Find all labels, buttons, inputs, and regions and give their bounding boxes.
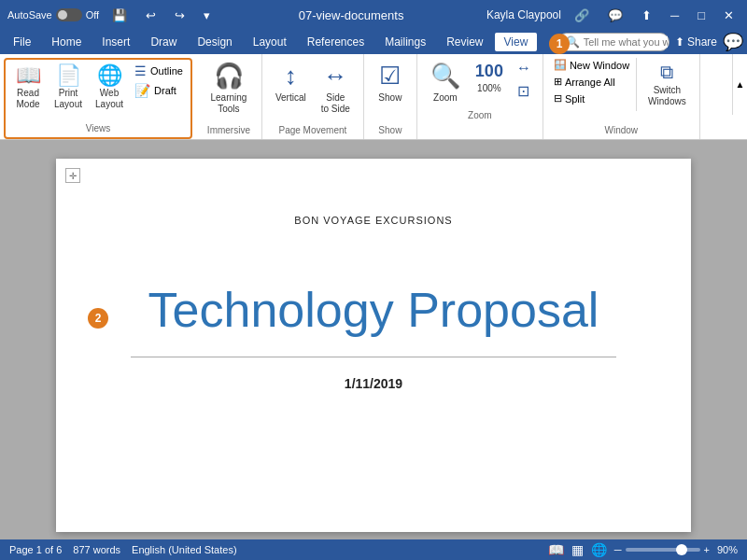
document-area: 2 ✛ BON VOYAGE EXCURSIONS Technology Pro… bbox=[0, 140, 747, 539]
search-box[interactable]: 🔍 bbox=[557, 33, 669, 51]
menu-draw[interactable]: Draw bbox=[141, 33, 186, 51]
print-layout-icon: 📄 bbox=[56, 65, 81, 86]
ribbon-display-button[interactable]: ⬆ bbox=[636, 7, 657, 24]
web-view-status-icon[interactable]: 🌐 bbox=[591, 542, 607, 557]
read-mode-button[interactable]: 📖 ReadMode bbox=[9, 62, 47, 114]
search-input[interactable] bbox=[584, 36, 668, 48]
print-layout-label: PrintLayout bbox=[54, 88, 82, 110]
views-group-label: Views bbox=[9, 120, 187, 137]
side-to-side-label: Sideto Side bbox=[321, 92, 350, 115]
arrange-all-button[interactable]: ⊞ Arrange All bbox=[551, 75, 632, 89]
autosave-area: AutoSave Off bbox=[7, 8, 99, 21]
zoom-thumb bbox=[676, 544, 687, 555]
show-button[interactable]: ☑ Show bbox=[372, 58, 409, 107]
customize-button[interactable]: ▾ bbox=[198, 7, 216, 24]
zoom-fit-width-button[interactable]: ↔ bbox=[513, 58, 535, 78]
share-button[interactable]: 🔗 bbox=[569, 7, 595, 24]
redo-button[interactable]: ↪ bbox=[169, 7, 190, 24]
window-group: 🪟 New Window ⊞ Arrange All ⊟ Split ⧉ Swi… bbox=[543, 54, 700, 139]
zoom-icon: 🔍 bbox=[430, 62, 460, 91]
badge-2: 2 bbox=[88, 308, 108, 329]
new-window-icon: 🪟 bbox=[554, 59, 567, 71]
save-button[interactable]: 💾 bbox=[106, 7, 133, 24]
views-group: 📖 ReadMode 📄 PrintLayout 🌐 WebLayout ☰ O… bbox=[4, 58, 192, 139]
page-movement-group: ↕ Vertical ↔ Sideto Side Page Movement bbox=[262, 54, 364, 139]
zoom-group-content: 🔍 Zoom 100 100% ↔ ⊡ bbox=[425, 58, 535, 107]
arrange-all-label: Arrange All bbox=[565, 77, 615, 88]
title-bar: AutoSave Off 💾 ↩ ↪ ▾ 07-view-documents K… bbox=[0, 0, 747, 30]
word-count: 877 words bbox=[73, 544, 120, 555]
zoom-plus-icon[interactable]: + bbox=[704, 544, 710, 555]
zoom-label: Zoom bbox=[433, 92, 458, 104]
views-group-content: 📖 ReadMode 📄 PrintLayout 🌐 WebLayout ☰ O… bbox=[9, 62, 187, 120]
zoom-slider[interactable]: ─ + bbox=[614, 544, 710, 555]
zoom-100-button[interactable]: 100 100% bbox=[470, 58, 509, 98]
switch-windows-button[interactable]: ⧉ SwitchWindows bbox=[642, 58, 692, 111]
zoom-one-page-button[interactable]: ⊡ bbox=[514, 80, 533, 102]
badge-1: 1 bbox=[549, 34, 570, 54]
doc-header-text: BON VOYAGE EXCURSIONS bbox=[131, 215, 616, 226]
read-mode-label: ReadMode bbox=[16, 88, 39, 110]
new-window-button[interactable]: 🪟 New Window bbox=[551, 58, 632, 72]
side-to-side-icon: ↔ bbox=[323, 62, 347, 91]
menu-home[interactable]: Home bbox=[42, 33, 91, 51]
share-ribbon-button[interactable]: ⬆ Share bbox=[675, 35, 717, 49]
draft-label: Draft bbox=[154, 85, 176, 96]
window-group-label: Window bbox=[605, 122, 639, 139]
doc-date: 1/11/2019 bbox=[131, 376, 616, 391]
outline-button[interactable]: ☰ Outline bbox=[131, 62, 187, 80]
views-small-buttons: ☰ Outline 📝 Draft bbox=[131, 62, 187, 100]
ribbon-scroll-button[interactable]: ▲ bbox=[732, 54, 747, 115]
autosave-state: Off bbox=[86, 9, 99, 21]
zoom-minus-icon[interactable]: ─ bbox=[614, 544, 622, 555]
status-right: 📖 ▦ 🌐 ─ + 90% bbox=[548, 542, 738, 557]
menu-mailings[interactable]: Mailings bbox=[375, 33, 435, 51]
zoom-group: 🔍 Zoom 100 100% ↔ ⊡ Zoom bbox=[417, 54, 543, 139]
user-name: Kayla Claypool bbox=[486, 8, 561, 21]
autosave-toggle[interactable] bbox=[56, 8, 82, 21]
web-layout-icon: 🌐 bbox=[97, 65, 122, 86]
arrange-all-icon: ⊞ bbox=[554, 76, 562, 88]
show-group-label: Show bbox=[378, 122, 402, 139]
ribbon: 📖 ReadMode 📄 PrintLayout 🌐 WebLayout ☰ O… bbox=[0, 54, 747, 140]
draft-button[interactable]: 📝 Draft bbox=[131, 81, 187, 100]
window-extra-icons: ⧉ SwitchWindows bbox=[636, 58, 692, 111]
menu-review[interactable]: Review bbox=[437, 33, 492, 51]
close-button[interactable]: ✕ bbox=[718, 7, 740, 24]
read-mode-icon: 📖 bbox=[16, 65, 41, 86]
comments-button[interactable]: 💬 bbox=[602, 7, 628, 24]
vertical-button[interactable]: ↕ Vertical bbox=[270, 58, 312, 107]
zoom-button[interactable]: 🔍 Zoom bbox=[425, 58, 466, 107]
maximize-button[interactable]: □ bbox=[692, 7, 711, 24]
title-bar-right: Kayla Claypool 🔗 💬 ⬆ ─ □ ✕ bbox=[486, 7, 740, 24]
web-layout-button[interactable]: 🌐 WebLayout bbox=[90, 62, 129, 114]
side-to-side-button[interactable]: ↔ Sideto Side bbox=[316, 58, 356, 119]
show-content: ☑ Show bbox=[372, 58, 409, 122]
show-group: ☑ Show Show bbox=[364, 54, 417, 139]
menu-insert[interactable]: Insert bbox=[92, 33, 139, 51]
print-layout-button[interactable]: 📄 PrintLayout bbox=[49, 62, 88, 114]
menu-design[interactable]: Design bbox=[188, 33, 241, 51]
split-icon: ⊟ bbox=[554, 92, 562, 105]
switch-windows-icon: ⧉ bbox=[660, 62, 673, 83]
doc-main-title: Technology Proposal bbox=[131, 282, 616, 338]
split-label: Split bbox=[565, 93, 585, 105]
print-view-status-icon[interactable]: ▦ bbox=[571, 542, 584, 557]
comments-ribbon-button[interactable]: 💬 bbox=[723, 32, 743, 52]
menu-file[interactable]: File bbox=[4, 33, 40, 51]
undo-button[interactable]: ↩ bbox=[140, 7, 162, 24]
new-window-label: New Window bbox=[570, 60, 629, 71]
read-mode-status-icon[interactable]: 📖 bbox=[548, 542, 564, 557]
split-button[interactable]: ⊟ Split bbox=[551, 91, 632, 105]
move-handle[interactable]: ✛ bbox=[65, 168, 80, 183]
minimize-button[interactable]: ─ bbox=[665, 7, 684, 24]
menu-view[interactable]: View bbox=[495, 33, 538, 51]
zoom-arrows: ↔ ⊡ bbox=[513, 58, 535, 102]
page-info: Page 1 of 6 bbox=[9, 544, 62, 555]
menu-layout[interactable]: Layout bbox=[244, 33, 296, 51]
zoom-track[interactable] bbox=[626, 548, 700, 552]
menu-references[interactable]: References bbox=[298, 33, 374, 51]
outline-icon: ☰ bbox=[134, 63, 147, 78]
learning-tools-button[interactable]: 🎧 LearningTools bbox=[204, 58, 254, 119]
zoom-100-label: 100% bbox=[477, 83, 501, 94]
